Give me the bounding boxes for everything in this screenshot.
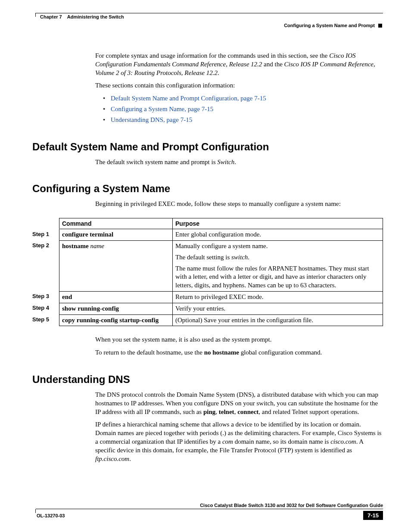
default-config-text: The default switch system name and promp… [95, 158, 383, 167]
th-command: Command [59, 218, 173, 229]
table-row: Step 5 copy running-config startup-confi… [32, 314, 383, 326]
link-understanding-dns[interactable]: Understanding DNS, page 7-15 [111, 116, 192, 123]
heading-default-config: Default System Name and Prompt Configura… [32, 141, 383, 153]
table-row: Step 3 end Return to privileged EXEC mod… [32, 291, 383, 303]
after-table-p2: To return to the default hostname, use t… [95, 348, 383, 357]
footer-docid: OL-13270-03 [37, 513, 65, 518]
table-row: Step 2 hostname name Manually configure … [32, 240, 383, 291]
intro-para-2: These sections contain this configuratio… [95, 81, 383, 90]
steps-table: Command Purpose Step 1 configure termina… [32, 218, 383, 326]
dns-p1: The DNS protocol controls the Domain Nam… [95, 391, 383, 416]
page-number-badge: 7-15 [363, 511, 383, 520]
after-table-p1: When you set the system name, it is also… [95, 336, 383, 344]
heading-understanding-dns: Understanding DNS [32, 373, 383, 386]
dns-p2: IP defines a hierarchical naming scheme … [95, 420, 383, 463]
th-purpose: Purpose [173, 218, 383, 229]
running-header-left: Chapter 7Administering the Switch [40, 14, 383, 19]
footer-guide-title: Cisco Catalyst Blade Switch 3130 and 303… [32, 503, 383, 508]
link-configuring-system-name[interactable]: Configuring a System Name, page 7-15 [111, 106, 213, 112]
header-marker-icon [378, 24, 382, 28]
table-row: Step 4 show running-config Verify your e… [32, 303, 383, 314]
table-row: Step 1 configure terminal Enter global c… [32, 229, 383, 241]
heading-configuring-system-name: Configuring a System Name [32, 183, 383, 195]
link-default-config[interactable]: Default System Name and Prompt Configura… [111, 95, 266, 102]
running-header-right: Configuring a System Name and Prompt [284, 23, 375, 28]
intro-para-1: For complete syntax and usage informatio… [95, 52, 383, 77]
configuring-intro: Beginning in privileged EXEC mode, follo… [95, 200, 383, 208]
